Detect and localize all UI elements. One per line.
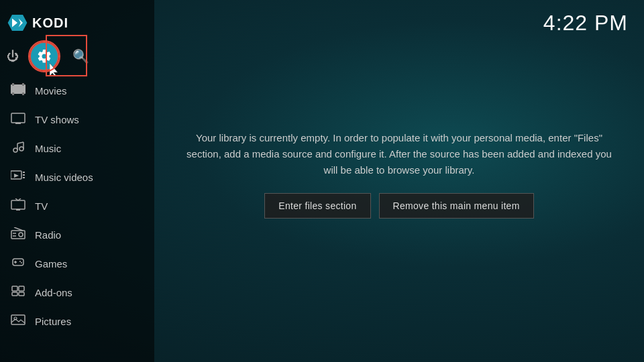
kodi-logo: KODI xyxy=(7,12,68,34)
sidebar-item-pictures[interactable]: Pictures xyxy=(0,307,154,336)
music-videos-icon xyxy=(11,170,25,185)
svg-rect-36 xyxy=(12,292,17,296)
svg-rect-34 xyxy=(12,286,17,291)
radio-icon xyxy=(11,227,25,243)
time-display: 4:22 PM xyxy=(543,11,628,36)
sidebar-item-radio[interactable]: Radio xyxy=(0,221,154,249)
svg-rect-17 xyxy=(23,172,25,173)
svg-rect-20 xyxy=(11,200,25,209)
sidebar-item-add-ons[interactable]: Add-ons xyxy=(0,278,154,307)
tv-label: TV xyxy=(35,200,48,212)
sidebar-item-music-videos[interactable]: Music videos xyxy=(0,163,154,192)
main-content: 4:22 PM Your library is currently empty.… xyxy=(154,0,644,362)
sidebar-item-music[interactable]: Music xyxy=(0,134,154,163)
music-videos-label: Music videos xyxy=(35,172,93,183)
svg-point-10 xyxy=(13,148,17,152)
add-ons-label: Add-ons xyxy=(35,287,72,298)
library-empty-message: Your library is currently empty. In orde… xyxy=(184,130,614,178)
svg-rect-3 xyxy=(11,84,25,94)
svg-rect-18 xyxy=(23,174,25,176)
svg-rect-38 xyxy=(11,315,25,324)
radio-label: Radio xyxy=(35,229,61,241)
svg-rect-9 xyxy=(15,123,21,124)
svg-rect-6 xyxy=(12,93,14,95)
kodi-logo-icon xyxy=(7,12,28,34)
pictures-label: Pictures xyxy=(35,316,71,327)
remove-menu-item-button[interactable]: Remove this main menu item xyxy=(379,193,534,219)
action-buttons: Enter files section Remove this main men… xyxy=(184,193,614,219)
movies-icon xyxy=(11,83,25,99)
svg-point-33 xyxy=(21,262,22,263)
svg-rect-37 xyxy=(19,292,24,296)
nav-list: Movies TV shows Music Music videos TV xyxy=(0,76,154,336)
tv-shows-icon xyxy=(11,112,25,127)
sidebar-item-movies[interactable]: Movies xyxy=(0,76,154,105)
add-ons-icon xyxy=(11,285,25,300)
enter-files-button[interactable]: Enter files section xyxy=(264,193,370,219)
svg-marker-16 xyxy=(14,174,19,178)
svg-rect-7 xyxy=(22,93,24,95)
pictures-icon xyxy=(11,314,25,329)
svg-rect-4 xyxy=(12,83,14,86)
settings-highlight-border xyxy=(46,35,87,76)
svg-point-32 xyxy=(19,261,21,262)
sidebar-item-games[interactable]: Games xyxy=(0,249,154,278)
sidebar-item-tv-shows[interactable]: TV shows xyxy=(0,105,154,134)
games-icon xyxy=(11,256,25,272)
svg-line-14 xyxy=(17,142,23,143)
svg-rect-21 xyxy=(16,209,20,210)
music-icon xyxy=(11,141,25,156)
games-label: Games xyxy=(35,258,67,269)
svg-point-11 xyxy=(19,147,23,151)
library-message-area: Your library is currently empty. In orde… xyxy=(171,117,627,232)
svg-rect-19 xyxy=(23,177,25,178)
tv-shows-label: TV shows xyxy=(35,114,79,125)
tv-icon xyxy=(11,198,25,214)
kodi-title: KODI xyxy=(32,15,68,31)
sidebar-item-tv[interactable]: TV xyxy=(0,192,154,221)
svg-rect-8 xyxy=(11,113,25,123)
power-icon[interactable]: ⏻ xyxy=(7,50,19,64)
music-label: Music xyxy=(35,143,61,154)
svg-rect-35 xyxy=(19,286,24,291)
movies-label: Movies xyxy=(35,85,67,97)
svg-rect-5 xyxy=(22,83,24,86)
svg-point-25 xyxy=(19,233,23,237)
